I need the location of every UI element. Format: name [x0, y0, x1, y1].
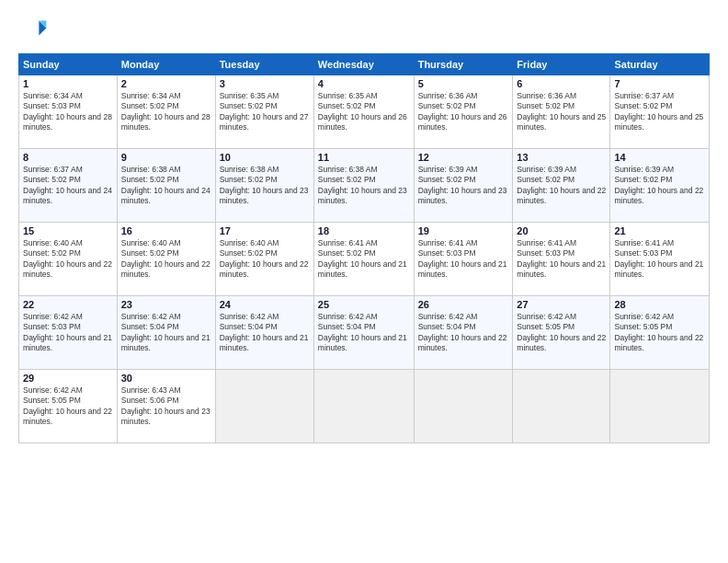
day-info: Sunrise: 6:43 AM Sunset: 5:06 PM Dayligh… [121, 385, 211, 428]
day-number: 29 [23, 373, 113, 384]
day-info: Sunrise: 6:40 AM Sunset: 5:02 PM Dayligh… [121, 238, 211, 281]
day-info: Sunrise: 6:37 AM Sunset: 5:02 PM Dayligh… [23, 165, 113, 207]
day-number: 24 [220, 299, 310, 310]
day-number: 11 [318, 152, 410, 163]
calendar-cell: 2 Sunrise: 6:34 AM Sunset: 5:02 PM Dayli… [117, 75, 215, 149]
day-info: Sunrise: 6:35 AM Sunset: 5:02 PM Dayligh… [318, 91, 410, 133]
day-info: Sunrise: 6:37 AM Sunset: 5:02 PM Dayligh… [614, 91, 705, 133]
day-number: 10 [220, 152, 310, 163]
calendar-header-sunday: Sunday [19, 54, 118, 75]
calendar-week-5: 29 Sunrise: 6:42 AM Sunset: 5:05 PM Dayl… [19, 370, 710, 443]
calendar-cell: 8 Sunrise: 6:37 AM Sunset: 5:02 PM Dayli… [19, 149, 118, 223]
calendar-cell: 19 Sunrise: 6:41 AM Sunset: 5:03 PM Dayl… [414, 223, 513, 296]
calendar-cell: 6 Sunrise: 6:36 AM Sunset: 5:02 PM Dayli… [513, 75, 610, 149]
day-info: Sunrise: 6:39 AM Sunset: 5:02 PM Dayligh… [517, 165, 606, 207]
day-number: 22 [23, 299, 113, 310]
calendar-cell: 28 Sunrise: 6:42 AM Sunset: 5:05 PM Dayl… [610, 296, 710, 370]
day-number: 9 [121, 152, 211, 163]
calendar-cell: 11 Sunrise: 6:38 AM Sunset: 5:02 PM Dayl… [313, 149, 414, 223]
calendar-cell: 13 Sunrise: 6:39 AM Sunset: 5:02 PM Dayl… [513, 149, 610, 223]
day-info: Sunrise: 6:42 AM Sunset: 5:05 PM Dayligh… [517, 312, 606, 354]
calendar-cell [513, 370, 610, 443]
calendar-header-row: SundayMondayTuesdayWednesdayThursdayFrid… [19, 54, 710, 75]
day-number: 2 [121, 78, 211, 89]
day-number: 5 [418, 78, 509, 89]
calendar-cell: 17 Sunrise: 6:40 AM Sunset: 5:02 PM Dayl… [215, 223, 313, 296]
day-info: Sunrise: 6:40 AM Sunset: 5:02 PM Dayligh… [23, 238, 113, 281]
calendar-cell: 23 Sunrise: 6:42 AM Sunset: 5:04 PM Dayl… [117, 296, 215, 370]
day-info: Sunrise: 6:42 AM Sunset: 5:04 PM Dayligh… [121, 312, 211, 354]
day-number: 7 [614, 78, 705, 89]
calendar-header-monday: Monday [117, 54, 215, 75]
calendar-cell: 20 Sunrise: 6:41 AM Sunset: 5:03 PM Dayl… [513, 223, 610, 296]
calendar-cell [215, 370, 313, 443]
day-number: 4 [318, 78, 410, 89]
calendar-cell: 3 Sunrise: 6:35 AM Sunset: 5:02 PM Dayli… [215, 75, 313, 149]
calendar-week-2: 8 Sunrise: 6:37 AM Sunset: 5:02 PM Dayli… [19, 149, 710, 223]
calendar-week-4: 22 Sunrise: 6:42 AM Sunset: 5:03 PM Dayl… [19, 296, 710, 370]
day-number: 21 [614, 225, 705, 236]
day-number: 27 [517, 299, 606, 310]
logo-icon [18, 15, 48, 44]
day-info: Sunrise: 6:38 AM Sunset: 5:02 PM Dayligh… [318, 165, 410, 207]
calendar-cell: 9 Sunrise: 6:38 AM Sunset: 5:02 PM Dayli… [117, 149, 215, 223]
day-info: Sunrise: 6:39 AM Sunset: 5:02 PM Dayligh… [418, 165, 509, 207]
calendar-cell: 24 Sunrise: 6:42 AM Sunset: 5:04 PM Dayl… [215, 296, 313, 370]
day-number: 6 [517, 78, 606, 89]
calendar-cell: 27 Sunrise: 6:42 AM Sunset: 5:05 PM Dayl… [513, 296, 610, 370]
day-number: 12 [418, 152, 509, 163]
day-number: 28 [614, 299, 705, 310]
day-info: Sunrise: 6:42 AM Sunset: 5:03 PM Dayligh… [23, 312, 113, 354]
calendar-cell: 16 Sunrise: 6:40 AM Sunset: 5:02 PM Dayl… [117, 223, 215, 296]
day-info: Sunrise: 6:42 AM Sunset: 5:04 PM Dayligh… [318, 312, 410, 354]
day-number: 17 [220, 225, 310, 236]
calendar-cell: 7 Sunrise: 6:37 AM Sunset: 5:02 PM Dayli… [610, 75, 710, 149]
day-info: Sunrise: 6:41 AM Sunset: 5:03 PM Dayligh… [614, 238, 705, 281]
calendar-header-tuesday: Tuesday [215, 54, 313, 75]
calendar-cell: 18 Sunrise: 6:41 AM Sunset: 5:02 PM Dayl… [313, 223, 414, 296]
calendar-cell: 25 Sunrise: 6:42 AM Sunset: 5:04 PM Dayl… [313, 296, 414, 370]
calendar-header-wednesday: Wednesday [313, 54, 414, 75]
day-info: Sunrise: 6:41 AM Sunset: 5:02 PM Dayligh… [318, 238, 410, 281]
calendar-cell: 14 Sunrise: 6:39 AM Sunset: 5:02 PM Dayl… [610, 149, 710, 223]
header [18, 15, 710, 44]
day-number: 1 [23, 78, 113, 89]
calendar-cell: 5 Sunrise: 6:36 AM Sunset: 5:02 PM Dayli… [414, 75, 513, 149]
calendar-cell: 10 Sunrise: 6:38 AM Sunset: 5:02 PM Dayl… [215, 149, 313, 223]
calendar-week-3: 15 Sunrise: 6:40 AM Sunset: 5:02 PM Dayl… [19, 223, 710, 296]
calendar-cell: 4 Sunrise: 6:35 AM Sunset: 5:02 PM Dayli… [313, 75, 414, 149]
day-info: Sunrise: 6:39 AM Sunset: 5:02 PM Dayligh… [614, 165, 705, 207]
calendar-header-thursday: Thursday [414, 54, 513, 75]
day-info: Sunrise: 6:34 AM Sunset: 5:02 PM Dayligh… [121, 91, 211, 133]
calendar-cell: 12 Sunrise: 6:39 AM Sunset: 5:02 PM Dayl… [414, 149, 513, 223]
day-number: 26 [418, 299, 509, 310]
day-info: Sunrise: 6:36 AM Sunset: 5:02 PM Dayligh… [517, 91, 606, 133]
day-number: 20 [517, 225, 606, 236]
day-number: 19 [418, 225, 509, 236]
calendar: SundayMondayTuesdayWednesdayThursdayFrid… [18, 53, 710, 443]
day-number: 8 [23, 152, 113, 163]
day-number: 23 [121, 299, 211, 310]
calendar-cell: 29 Sunrise: 6:42 AM Sunset: 5:05 PM Dayl… [19, 370, 118, 443]
calendar-header-friday: Friday [513, 54, 610, 75]
day-number: 16 [121, 225, 211, 236]
day-info: Sunrise: 6:35 AM Sunset: 5:02 PM Dayligh… [220, 91, 310, 133]
day-number: 13 [517, 152, 606, 163]
day-info: Sunrise: 6:38 AM Sunset: 5:02 PM Dayligh… [220, 165, 310, 207]
day-info: Sunrise: 6:36 AM Sunset: 5:02 PM Dayligh… [418, 91, 509, 133]
day-info: Sunrise: 6:42 AM Sunset: 5:04 PM Dayligh… [220, 312, 310, 354]
calendar-header-saturday: Saturday [610, 54, 710, 75]
calendar-cell [313, 370, 414, 443]
calendar-cell: 26 Sunrise: 6:42 AM Sunset: 5:04 PM Dayl… [414, 296, 513, 370]
day-number: 30 [121, 373, 211, 384]
day-number: 15 [23, 225, 113, 236]
day-number: 18 [318, 225, 410, 236]
calendar-week-1: 1 Sunrise: 6:34 AM Sunset: 5:03 PM Dayli… [19, 75, 710, 149]
day-info: Sunrise: 6:42 AM Sunset: 5:04 PM Dayligh… [418, 312, 509, 354]
day-number: 3 [220, 78, 310, 89]
logo [18, 15, 53, 44]
day-info: Sunrise: 6:38 AM Sunset: 5:02 PM Dayligh… [121, 165, 211, 207]
calendar-cell [610, 370, 710, 443]
calendar-cell: 30 Sunrise: 6:43 AM Sunset: 5:06 PM Dayl… [117, 370, 215, 443]
day-info: Sunrise: 6:42 AM Sunset: 5:05 PM Dayligh… [23, 385, 113, 428]
